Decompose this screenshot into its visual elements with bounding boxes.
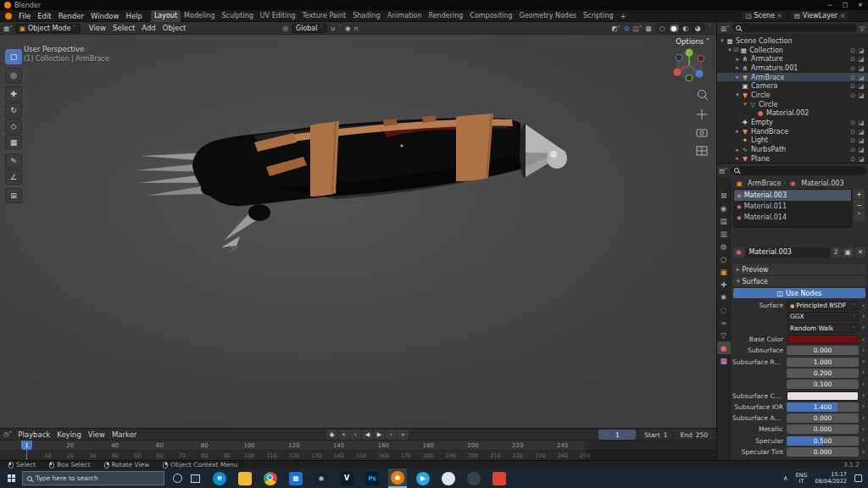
edge-taskbar-icon[interactable]: e [210, 469, 229, 488]
breadcrumb-object[interactable]: ArmBrace [748, 180, 781, 187]
visibility-eye-icon[interactable]: ⊙ [849, 119, 857, 126]
remove-viewlayer-icon[interactable]: ✕ [840, 13, 845, 19]
snap-magnet-icon[interactable]: ∪ [331, 25, 336, 32]
outliner-row-material-002[interactable]: ●Material.002 [717, 109, 868, 119]
workspace-tab-modeling[interactable]: Modeling [181, 10, 218, 22]
render-visibility-icon[interactable]: ◪ [857, 74, 865, 81]
zoom-icon[interactable] [698, 91, 709, 101]
outliner-row-armature[interactable]: ▸⋔Armature⊙◪ [717, 54, 868, 64]
outliner-row-handbrace[interactable]: ▸▼HandBrace⊙◪ [717, 127, 868, 136]
base-color-field[interactable] [787, 335, 859, 344]
animate-dot-icon[interactable]: • [859, 369, 868, 376]
visibility-eye-icon[interactable]: ⊙ [849, 47, 857, 54]
use-nodes-button[interactable]: ◫ Use Nodes [733, 288, 865, 298]
surface-field[interactable]: ●Principled BSDF˅ [787, 301, 859, 310]
viewport-canvas[interactable] [0, 35, 716, 428]
show-gizmo-icon[interactable]: ⊙ [624, 25, 629, 32]
show-overlays-icon[interactable]: ◫˅ [633, 25, 643, 32]
photoshop-taskbar-icon[interactable]: Ps [363, 469, 381, 488]
add-workspace-button[interactable]: + [617, 12, 631, 20]
v-app-taskbar-icon[interactable]: V [337, 469, 356, 488]
subsurface-field[interactable]: 0.000 [787, 346, 859, 355]
previous-keyframe-button[interactable]: ‹ [350, 430, 361, 440]
workspace-tab-texture-paint[interactable]: Texture Paint [299, 10, 350, 22]
rotate-tool[interactable]: ↻ [5, 103, 22, 118]
properties-tab-particles[interactable]: ✱ [717, 291, 731, 303]
clock[interactable]: 15:17 08/04/2022 [815, 472, 847, 485]
steam-taskbar-icon[interactable]: ◉ [312, 469, 331, 488]
transform-tool[interactable]: ▦ [5, 135, 22, 150]
specular-field[interactable]: 0.500 [787, 436, 859, 446]
visibility-eye-icon[interactable]: ⊙ [849, 128, 857, 136]
animate-dot-icon[interactable]: • [859, 381, 868, 388]
specular-tint-field[interactable]: 0.000 [787, 447, 859, 457]
properties-tab-material[interactable]: ● [717, 341, 731, 354]
disclosure-right-icon[interactable]: ▸ [734, 128, 741, 135]
file-explorer-taskbar-icon[interactable] [236, 469, 254, 488]
visibility-eye-icon[interactable]: ⊙ [849, 155, 857, 163]
add-slot-button[interactable]: + [854, 189, 865, 199]
cortana-icon[interactable] [173, 474, 182, 483]
outliner-row-camera[interactable]: ▣Camera⊙◪ [717, 81, 868, 91]
animate-dot-icon[interactable]: • [859, 426, 868, 433]
minimize-button[interactable]: — [822, 0, 837, 10]
render-visibility-icon[interactable]: ◪ [857, 47, 865, 54]
start-button[interactable] [0, 469, 22, 488]
properties-tab-object-data[interactable]: ▽ [717, 329, 731, 341]
visibility-eye-icon[interactable]: ⊙ [849, 136, 857, 144]
0-200-field[interactable]: 0.200 [787, 369, 859, 378]
visibility-eye-icon[interactable]: ⊙ [849, 55, 857, 63]
workspace-tab-uv-editing[interactable]: UV Editing [257, 10, 299, 22]
animate-dot-icon[interactable]: • [859, 449, 868, 456]
language-indicator[interactable]: ENG IT [796, 473, 808, 485]
menu-help[interactable]: Help [122, 12, 145, 20]
viewport-menu-object[interactable]: Object [159, 24, 190, 32]
browse-material-icon[interactable]: ◉ [733, 247, 744, 258]
close-button[interactable]: ✕ [853, 0, 868, 10]
render-visibility-icon[interactable]: ◪ [857, 136, 865, 144]
dark-app-taskbar-icon[interactable] [465, 469, 483, 488]
notification-center-icon[interactable] [854, 474, 862, 482]
workspace-tab-animation[interactable]: Animation [384, 10, 426, 22]
disclosure-right-icon[interactable]: ▸ [734, 74, 741, 80]
outliner-row-scene-collection[interactable]: ▾▦Scene Collection [717, 36, 868, 46]
animate-dot-icon[interactable]: • [859, 324, 868, 331]
viewport-3d[interactable]: User Perspective (1) Collection | ArmBra… [0, 35, 716, 428]
ggx-field[interactable]: GGX˅ [787, 312, 859, 321]
outliner-row-nurbspath[interactable]: ▸∿NurbsPath⊙◪ [717, 145, 868, 154]
properties-search-input[interactable] [731, 166, 866, 175]
breadcrumb-material[interactable]: Material.003 [801, 180, 843, 187]
disclosure-down-icon[interactable]: ▾ [742, 101, 748, 108]
photos-taskbar-icon[interactable]: ▦ [287, 469, 305, 488]
current-frame-field[interactable]: 1 [598, 430, 636, 440]
material-name-field[interactable]: Material.003 [746, 247, 830, 258]
jump-to-end-button[interactable]: » [398, 430, 409, 440]
surface-section-header[interactable]: ▾ Surface [733, 276, 865, 286]
properties-tab-physics[interactable]: ◌ [717, 303, 731, 316]
render-visibility-icon[interactable]: ◪ [857, 92, 865, 99]
axis-z-neg-icon[interactable] [676, 54, 682, 61]
menu-window[interactable]: Window [87, 12, 123, 20]
visibility-eye-icon[interactable]: ⊙ [849, 64, 857, 72]
viewport-menu-view[interactable]: View [86, 24, 109, 32]
properties-tab-output[interactable]: ▤ [717, 214, 731, 227]
axis-x-neg-icon[interactable] [698, 55, 704, 62]
properties-tab-constraints[interactable]: ∞ [717, 316, 731, 329]
axis-z-icon[interactable] [696, 70, 704, 78]
visibility-eye-icon[interactable]: ⊙ [849, 146, 857, 153]
properties-tab-view-layer[interactable]: ▥ [717, 227, 731, 240]
timeline-menu-playback[interactable]: Playback [14, 430, 53, 439]
animate-dot-icon[interactable]: • [859, 403, 868, 410]
properties-tab-world[interactable]: ○ [717, 252, 731, 265]
subsurface-ior-field[interactable]: 1.400 [787, 402, 859, 412]
remove-slot-button[interactable]: − [854, 200, 865, 210]
workspace-tab-sculpting[interactable]: Sculpting [218, 10, 256, 22]
visibility-eye-icon[interactable]: ⊙ [849, 82, 857, 90]
outliner-row-circle[interactable]: ▾▼Circle⊙◪ [717, 91, 868, 100]
disclosure-right-icon[interactable]: ▸ [734, 155, 741, 162]
options-dropdown[interactable]: Options ˅ [676, 37, 709, 46]
play-button[interactable]: ▶ [374, 430, 385, 440]
metallic-field[interactable]: 0.000 [787, 424, 859, 434]
proportional-editing-icon[interactable]: ◉ [345, 25, 351, 32]
disclosure-down-icon[interactable]: ▾ [719, 37, 726, 44]
